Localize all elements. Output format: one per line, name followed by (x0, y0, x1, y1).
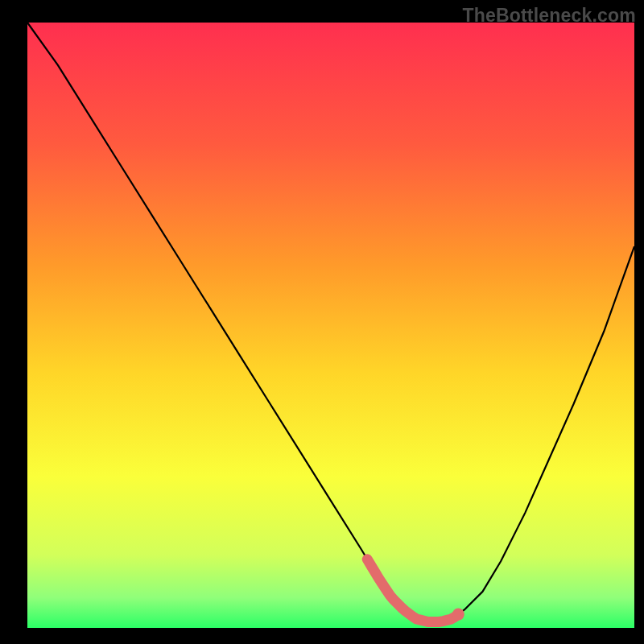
watermark-text: TheBottleneck.com (462, 5, 636, 27)
optimal-point-dot (452, 609, 464, 621)
gradient-background (27, 23, 634, 628)
bottleneck-curve-chart (0, 0, 644, 644)
chart-frame: TheBottleneck.com (0, 0, 644, 644)
